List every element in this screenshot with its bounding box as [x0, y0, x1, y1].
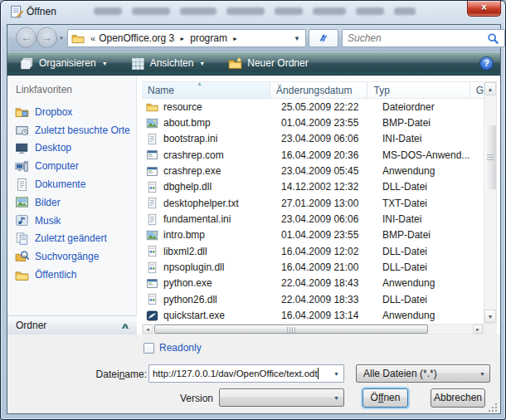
- sidebar-item-musik[interactable]: Musik: [7, 212, 137, 230]
- help-button[interactable]: ?: [479, 56, 494, 71]
- breadcrumb-separator-icon[interactable]: ►: [232, 36, 238, 42]
- filename-label: Dateiname:: [57, 369, 147, 380]
- file-row[interactable]: fundamental.ini23.04.2009 06:06INI-Datei: [142, 211, 484, 227]
- views-button[interactable]: Ansichten ▼: [125, 54, 212, 73]
- app-file-icon: [146, 277, 158, 290]
- open-button[interactable]: Öffnen: [362, 388, 408, 408]
- breadcrumb-item[interactable]: program: [190, 32, 227, 44]
- text-file-icon: [146, 133, 158, 145]
- column-header-date[interactable]: Änderungsdatum: [270, 82, 367, 98]
- sidebar-item-label: Suchvorgänge: [35, 251, 99, 262]
- resize-grip-icon[interactable]: [489, 403, 498, 412]
- folder-file-icon: [146, 100, 158, 113]
- folders-expander[interactable]: Ordner ∧: [7, 315, 137, 335]
- horizontal-scrollbar[interactable]: ◄ ►: [142, 324, 484, 335]
- file-type: BMP-Datei: [375, 229, 480, 241]
- sidebar-item-label: Zuletzt besuchte Orte: [35, 125, 130, 136]
- filetype-select[interactable]: Alle Dateien (*.*) ▼: [356, 364, 490, 383]
- recent-places-icon: [15, 123, 29, 137]
- folder-icon: [71, 32, 85, 45]
- computer-icon: [15, 159, 29, 173]
- file-row[interactable]: libxml2.dll16.04.2009 12:02DLL-Datei: [142, 243, 484, 259]
- scroll-up-icon[interactable]: ▲: [484, 82, 496, 95]
- file-row[interactable]: crashrep.exe23.04.2009 05:45Anwendung: [142, 163, 484, 178]
- file-row[interactable]: crashrep.com16.04.2009 20:36MS-DOS-Anwen…: [142, 147, 484, 163]
- file-type: Anwendung: [375, 277, 480, 289]
- file-row[interactable]: intro.bmp01.04.2009 23:55BMP-Datei: [142, 227, 484, 243]
- folders-label: Ordner: [16, 320, 122, 331]
- app-file-icon: [146, 149, 158, 161]
- column-header-name[interactable]: Name ▲: [142, 82, 270, 98]
- breadcrumb-overflow-chevron[interactable]: «: [90, 33, 95, 43]
- file-row[interactable]: resource25.05.2009 22:22Dateiordner: [142, 99, 484, 115]
- file-row[interactable]: about.bmp01.04.2009 23:55BMP-Datei: [142, 115, 484, 130]
- search-input[interactable]: Suchen: [342, 29, 505, 47]
- sidebar-header: Linkfavoriten: [16, 84, 72, 95]
- sidebar-item-desktop[interactable]: Desktop: [7, 139, 137, 158]
- column-header-type[interactable]: Typ: [367, 82, 470, 98]
- scroll-left-icon[interactable]: ◄: [143, 325, 153, 334]
- file-row[interactable]: desktophelper.txt27.01.2009 13:00TXT-Dat…: [142, 195, 484, 211]
- text-caret: [318, 368, 319, 379]
- file-row[interactable]: bootstrap.ini23.04.2009 06:06INI-Datei: [142, 131, 484, 147]
- sidebar-item-zuletzt-ge-ndert[interactable]: Zuletzt geändert: [7, 230, 137, 248]
- sidebar-item--ffentlich[interactable]: Öffentlich: [7, 266, 137, 284]
- cancel-button[interactable]: Abbrechen: [431, 388, 485, 408]
- sidebar-item-suchvorg-nge[interactable]: Suchvorgänge: [7, 247, 137, 266]
- file-row[interactable]: python.exe22.04.2009 18:43Anwendung: [142, 276, 484, 291]
- file-type: BMP-Datei: [375, 117, 480, 129]
- file-type: Anwendung: [375, 165, 480, 177]
- new-folder-button[interactable]: Neuer Ordner: [222, 54, 314, 73]
- filename-dropdown-icon[interactable]: ▼: [329, 371, 343, 377]
- file-date: 27.01.2009 13:00: [275, 198, 375, 209]
- sidebar-item-dokumente[interactable]: Dokumente: [7, 175, 137, 193]
- file-date: 23.04.2009 06:06: [275, 133, 375, 144]
- back-button[interactable]: ←: [16, 27, 36, 48]
- list-header: Name ▲ Änderungsdatum Typ G: [142, 81, 484, 99]
- vertical-scrollbar[interactable]: ▲ ▼: [484, 81, 497, 324]
- sidebar-item-dropbox[interactable]: Dropbox: [7, 103, 137, 121]
- app-file-icon: [146, 165, 158, 178]
- history-dropdown-icon[interactable]: ▼: [59, 36, 64, 41]
- organize-button[interactable]: Organisieren ▼: [14, 54, 114, 73]
- vertical-scrollbar-thumb[interactable]: [484, 125, 496, 189]
- dll-file-icon: [146, 181, 158, 193]
- background-menu-blur: [180, 7, 217, 15]
- version-select[interactable]: ▼: [219, 388, 344, 407]
- filename-input[interactable]: http://127.0.0.1/dav/OpenOffice/text.odt…: [148, 364, 344, 383]
- horizontal-scrollbar-thumb[interactable]: [154, 325, 428, 334]
- sidebar-item-bilder[interactable]: Bilder: [7, 193, 137, 212]
- scroll-right-icon[interactable]: ►: [473, 325, 483, 334]
- sidebar-item-label: Desktop: [35, 142, 71, 154]
- folder-dropbox-icon: [15, 105, 29, 119]
- new-folder-icon: [228, 56, 242, 71]
- close-button[interactable]: ×: [467, 1, 501, 17]
- views-icon: [131, 56, 145, 71]
- file-name: bootstrap.ini: [163, 133, 217, 144]
- forward-button[interactable]: →: [36, 27, 57, 48]
- file-row[interactable]: quickstart.exe16.04.2009 13:14Anwendung: [142, 307, 484, 323]
- file-row[interactable]: npsoplugin.dll16.04.2009 21:00DLL-Datei: [142, 259, 484, 275]
- file-row[interactable]: dbghelp.dll14.12.2002 12:32DLL-Datei: [142, 179, 484, 195]
- folder-public-icon: [15, 268, 29, 282]
- file-row[interactable]: python26.dll22.04.2009 18:33DLL-Datei: [142, 291, 484, 307]
- file-name: crashrep.com: [163, 149, 224, 161]
- scroll-down-icon[interactable]: ▼: [484, 310, 496, 323]
- sidebar-item-computer[interactable]: Computer: [7, 157, 137, 175]
- version-dropdown-icon: ▼: [329, 395, 343, 401]
- titlebar[interactable]: Öffnen ×: [1, 1, 506, 24]
- column-header-size[interactable]: G: [470, 82, 484, 98]
- file-name: desktophelper.txt: [163, 198, 239, 209]
- breadcrumb-separator-icon[interactable]: ►: [179, 36, 185, 42]
- sidebar-item-zuletzt-besuchte-orte[interactable]: Zuletzt besuchte Orte: [7, 121, 137, 139]
- address-dropdown-icon[interactable]: ▼: [291, 35, 303, 42]
- readonly-checkbox[interactable]: [144, 343, 154, 354]
- chevron-down-icon: ▼: [102, 61, 108, 66]
- refresh-button[interactable]: [309, 29, 338, 47]
- breadcrumb[interactable]: « OpenOffice.org 3►program► ▼: [67, 29, 306, 47]
- file-name: crashrep.exe: [163, 165, 221, 177]
- breadcrumb-item[interactable]: OpenOffice.org 3: [99, 32, 174, 44]
- text-file-icon: [146, 197, 158, 209]
- sidebar-item-label: Dokumente: [35, 178, 85, 190]
- documents-icon: [15, 178, 29, 192]
